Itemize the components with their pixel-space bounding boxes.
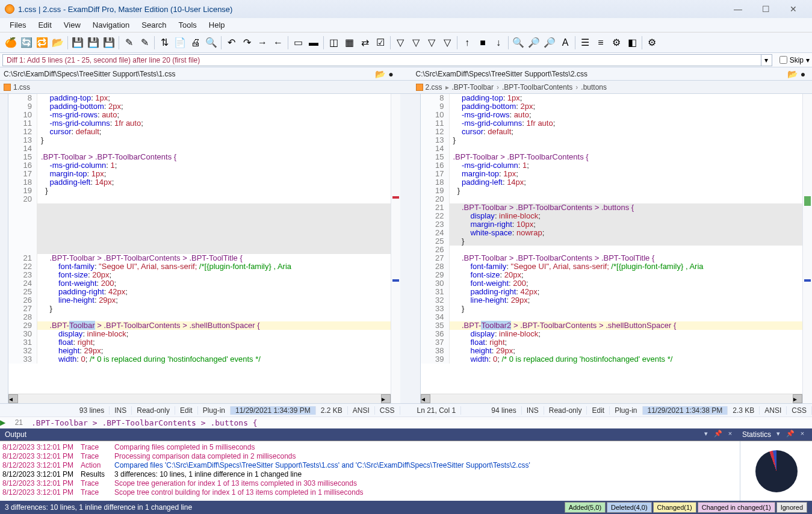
code-line[interactable]: 20 <box>421 195 803 203</box>
code-line[interactable]: 18 padding-left: 14px; <box>421 178 803 187</box>
code-line[interactable]: 15.BPT-Toolbar > .BPT-ToolbarContents { <box>8 153 391 161</box>
close-button[interactable]: ✕ <box>779 1 807 17</box>
right-overview-ruler[interactable] <box>802 94 812 403</box>
mark-icon[interactable]: ■ <box>476 36 490 50</box>
prev-icon[interactable]: ← <box>271 36 285 50</box>
left-hscrollbar[interactable]: ◂▸ <box>8 394 391 403</box>
edit-left-icon[interactable]: ✎ <box>122 36 136 50</box>
code-line[interactable]: 9 padding-bottom: 2px; <box>421 102 803 111</box>
bc-item[interactable]: .buttons <box>581 83 607 91</box>
open-folder-icon[interactable]: 📂 <box>787 69 798 79</box>
code-line[interactable]: 11 -ms-grid-columns: 1fr auto; <box>421 119 803 128</box>
code-line[interactable] <box>8 220 391 229</box>
open-folder-icon[interactable]: 📂 <box>51 36 65 50</box>
edit-status[interactable]: Edit <box>587 406 610 415</box>
dot-icon[interactable]: ● <box>386 69 397 79</box>
panel-pin-icon[interactable]: 📌 <box>786 430 795 439</box>
code-line[interactable]: 24 font-weight: 200; <box>8 279 391 288</box>
save-as-icon[interactable]: 💾 <box>102 36 116 50</box>
code-line[interactable]: 10 -ms-grid-rows: auto; <box>421 111 803 119</box>
code-line[interactable]: 22 display: inline-block; <box>421 212 803 220</box>
code-line[interactable]: 23 margin-right: 10px; <box>421 220 803 229</box>
code-line[interactable]: 11 -ms-grid-columns: 1fr auto; <box>8 119 391 128</box>
left-tab-name[interactable]: 1.css <box>13 83 30 91</box>
code-line[interactable] <box>8 237 391 246</box>
pane-horiz-icon[interactable]: ▬ <box>306 36 321 50</box>
code-line[interactable]: 29 .BPT-Toolbar > .BPT-ToolbarContents >… <box>8 321 391 330</box>
maximize-button[interactable]: ☐ <box>752 1 779 17</box>
menu-navigation[interactable]: Navigation <box>87 19 135 31</box>
code-line[interactable]: 19 } <box>421 187 803 195</box>
sync-icon[interactable]: ⇄ <box>358 36 372 50</box>
code-line[interactable]: 31 padding-right: 42px; <box>421 288 803 296</box>
panel-menu-icon[interactable]: ▾ <box>773 430 783 439</box>
code-line[interactable]: 13} <box>8 136 391 144</box>
filter4-icon[interactable]: ▽ <box>440 36 454 50</box>
open-folder-icon[interactable]: 📂 <box>375 69 386 79</box>
minimize-button[interactable]: — <box>724 1 752 17</box>
code-line[interactable]: 22 font-family: "Segoe UI", Arial, sans-… <box>8 262 391 271</box>
code-line[interactable]: 25 } <box>421 237 803 246</box>
code-line[interactable]: 32 line-height: 29px; <box>421 296 803 305</box>
code-line[interactable]: 27 } <box>8 305 391 313</box>
gear-blue-icon[interactable]: ⚙ <box>609 36 624 50</box>
code-line[interactable]: 31 float: right; <box>8 338 391 347</box>
code-line[interactable]: 17 margin-top: 1px; <box>8 170 391 178</box>
log-row[interactable]: 8/12/2023 3:12:01 PMTraceScope tree gene… <box>2 478 737 488</box>
bc-item[interactable]: .BPT-ToolbarContents <box>502 83 572 91</box>
skip-checkbox-label[interactable]: Skip ▾ <box>779 56 810 64</box>
code-line[interactable]: 10 -ms-grid-rows: auto; <box>8 111 391 119</box>
menu-tools[interactable]: Tools <box>172 19 202 31</box>
right-hscrollbar[interactable]: ◂▸ <box>421 394 803 403</box>
filter2-icon[interactable]: ▽ <box>409 36 423 50</box>
grid-icon[interactable]: ▦ <box>342 36 356 50</box>
save-copy-icon[interactable]: 💾 <box>86 36 101 50</box>
code-line[interactable]: 8 padding-top: 1px; <box>8 94 391 102</box>
skip-checkbox[interactable] <box>779 56 787 64</box>
font-icon[interactable]: A <box>558 36 572 50</box>
code-line[interactable]: 29 font-size: 20px; <box>421 271 803 279</box>
code-line[interactable] <box>8 212 391 220</box>
find-icon[interactable]: 🔍 <box>511 36 525 50</box>
code-line[interactable]: 16 -ms-grid-column: 1; <box>421 161 803 170</box>
code-line[interactable]: 21 .BPT-Toolbar > .BPT-ToolbarContents >… <box>8 254 391 262</box>
next-icon[interactable]: → <box>255 36 270 50</box>
output-log[interactable]: 8/12/2023 3:12:01 PMTraceComparing files… <box>0 441 740 501</box>
code-line[interactable]: 24 white-space: nowrap; <box>421 229 803 237</box>
code-line[interactable]: 13} <box>421 136 803 144</box>
added-badge[interactable]: Added(5,0) <box>565 502 606 513</box>
skip-dropdown-icon[interactable]: ▾ <box>806 56 810 64</box>
app-icon[interactable]: 🍊 <box>4 36 18 50</box>
code-line[interactable]: 12 cursor: default; <box>8 128 391 136</box>
code-line[interactable]: 33 width: 0; /* 0 is replaced during 'ho… <box>8 355 391 364</box>
log-row[interactable]: 8/12/2023 3:12:01 PMTraceComparing files… <box>2 442 737 451</box>
log-row[interactable]: 8/12/2023 3:12:01 PMResults3 differences… <box>2 469 737 478</box>
edit-status[interactable]: Edit <box>175 406 198 415</box>
bc-item[interactable]: .BPT-Toolbar <box>452 83 494 91</box>
code-line[interactable]: 14 <box>8 144 391 153</box>
menu-files[interactable]: Files <box>4 19 32 31</box>
code-line[interactable]: 28 <box>8 313 391 321</box>
panel-menu-icon[interactable]: ▾ <box>701 430 711 439</box>
right-code-editor[interactable]: 8 padding-top: 1px;9 padding-bottom: 2px… <box>421 94 803 394</box>
code-line[interactable]: 35 .BPT-Toolbar2 > .BPT-ToolbarContents … <box>421 321 803 330</box>
dot-icon[interactable]: ● <box>798 69 808 79</box>
log-row[interactable]: 8/12/2023 3:12:01 PMTraceScope tree cont… <box>2 488 737 497</box>
find-next-icon[interactable]: 🔎 <box>527 36 541 50</box>
code-line[interactable]: 37 float: right; <box>421 338 803 347</box>
preview-icon[interactable]: 🔍 <box>204 36 218 50</box>
check-icon[interactable]: ☑ <box>373 36 388 50</box>
code-line[interactable]: 28 font-family: "Segoe UI", Arial, sans-… <box>421 262 803 271</box>
ignored-badge[interactable]: Ignored <box>776 502 807 513</box>
log-row[interactable]: 8/12/2023 3:12:01 PMActionCompared files… <box>2 460 737 469</box>
menu-edit[interactable]: Edit <box>32 19 57 31</box>
find-prev-icon[interactable]: 🔎 <box>542 36 557 50</box>
code-line[interactable]: 30 display: inline-block; <box>8 330 391 338</box>
code-line[interactable]: 20 <box>8 195 391 203</box>
code-line[interactable]: 26 <box>421 246 803 254</box>
changed-badge[interactable]: Changed(1) <box>653 502 696 513</box>
refresh-icon[interactable]: 🔄 <box>19 36 34 50</box>
code-line[interactable]: 18 padding-left: 14px; <box>8 178 391 187</box>
code-line[interactable]: 32 height: 29px; <box>8 347 391 355</box>
log-row[interactable]: 8/12/2023 3:12:01 PMTraceProcessing comp… <box>2 451 737 460</box>
